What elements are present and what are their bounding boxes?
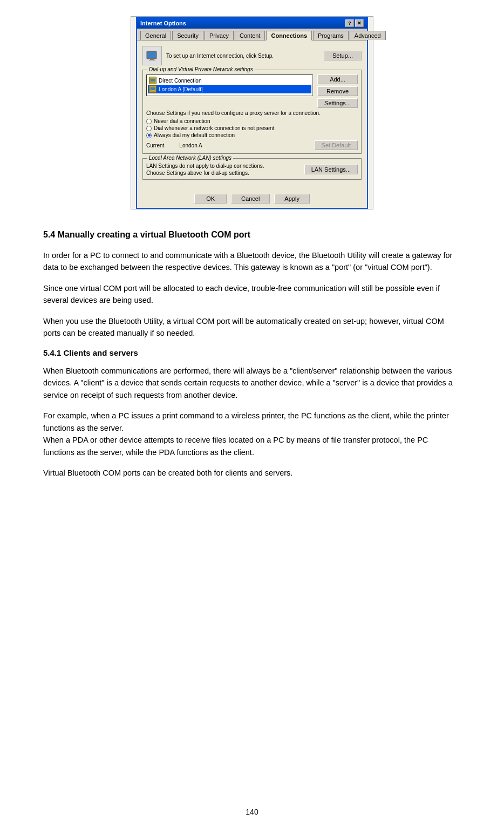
internet-options-dialog: Internet Options ? ✕ General Security Pr… [136,17,368,209]
screenshot-container: Internet Options ? ✕ General Security Pr… [131,16,373,209]
svg-rect-2 [150,59,154,60]
settings-button[interactable]: Settings... [317,98,358,108]
vpn-group-label: Dial-up and Virtual Private Network sett… [147,66,255,72]
help-button[interactable]: ? [345,19,354,27]
content-area: 5.4 Manually creating a virtual Bluetoot… [43,225,461,488]
radio-never-circle[interactable] [146,119,152,124]
section-5-4-1-para2a: For example, when a PC issues a print co… [43,410,461,458]
current-label: Current [146,143,164,148]
radio-whenever-label: Dial whenever a network connection is no… [154,125,274,131]
dialog-title: Internet Options [140,20,186,26]
radio-never[interactable]: Never dial a connection [146,118,358,124]
radio-whenever-circle[interactable] [146,126,152,131]
vpn-group: Dial-up and Virtual Private Network sett… [142,70,362,154]
radio-whenever[interactable]: Dial whenever a network connection is no… [146,125,358,131]
lan-text1: LAN Settings do not apply to dial-up con… [146,163,300,169]
dialog-buttons: OK Cancel Apply [137,189,367,208]
cancel-button[interactable]: Cancel [231,194,270,204]
setup-button[interactable]: Setup... [324,51,362,60]
tab-privacy[interactable]: Privacy [205,31,234,40]
lan-text2: Choose Settings above for dial-up settin… [146,170,300,176]
direct-connection-icon [149,77,156,84]
tab-programs[interactable]: Programs [313,31,349,40]
svg-rect-1 [147,52,156,58]
section-5-4-1-heading: 5.4.1 Clients and servers [43,348,461,357]
svg-rect-5 [151,79,155,82]
remove-button[interactable]: Remove [317,86,358,96]
para2b-text: When a PDA or other device attempts to r… [43,436,428,456]
lan-group-inner: LAN Settings do not apply to dial-up con… [146,163,358,176]
tab-general[interactable]: General [140,31,171,40]
set-default-button[interactable]: Set Default [315,140,358,150]
setup-icon [142,46,162,65]
svg-rect-3 [149,60,155,60]
dialog-tabs: General Security Privacy Content Connect… [137,29,367,40]
tab-content[interactable]: Content [235,31,265,40]
section-5-4-1-para3: Virtual Bluetooth COM ports can be creat… [43,467,461,479]
vpn-item-london[interactable]: London A [Default] [148,85,311,93]
radio-always-label: Always dial my default connection [154,132,235,138]
section-5-4-heading: 5.4 Manually creating a virtual Bluetoot… [43,230,461,240]
section-5-4-para3: When you use the Bluetooth Utility, a vi… [43,315,461,340]
para2a-text: For example, when a PC issues a print co… [43,411,449,432]
svg-rect-7 [151,87,155,90]
setup-text: To set up an Internet connection, click … [166,53,319,59]
ok-button[interactable]: OK [194,194,227,204]
page-container: Internet Options ? ✕ General Security Pr… [0,0,504,827]
tab-advanced[interactable]: Advanced [350,31,386,40]
apply-button[interactable]: Apply [274,194,310,204]
tab-connections[interactable]: Connections [266,31,312,40]
add-button[interactable]: Add... [317,74,358,84]
dialog-titlebar: Internet Options ? ✕ [137,18,367,29]
vpn-item-direct[interactable]: Direct Connection [148,76,311,85]
dialog-content: To set up an Internet connection, click … [137,40,367,189]
lan-settings-button[interactable]: LAN Settings... [304,165,358,174]
radio-always-circle[interactable] [146,133,152,138]
london-connection-label: London A [Default] [159,86,203,92]
vpn-listbox[interactable]: Direct Connection [146,74,313,96]
radio-never-label: Never dial a connection [154,118,210,124]
section-5-4-para2: Since one virtual COM port will be alloc… [43,282,461,307]
london-connection-icon [149,85,156,93]
tab-security[interactable]: Security [172,31,203,40]
section-5-4-1-para1: When Bluetooth communications are perfor… [43,365,461,401]
vpn-side-buttons: Add... Remove Settings... [317,74,358,108]
direct-connection-label: Direct Connection [159,78,201,84]
close-button[interactable]: ✕ [355,19,364,27]
titlebar-buttons: ? ✕ [345,19,364,27]
proxy-text: Choose Settings if you need to configure… [146,110,358,116]
vpn-row: Direct Connection [146,74,358,108]
current-row: Current London A Set Default [146,140,358,150]
section-5-4-para1: In order for a PC to connect to and comm… [43,249,461,274]
radio-always[interactable]: Always dial my default connection [146,132,358,138]
lan-group: Local Area Network (LAN) settings LAN Se… [142,158,362,180]
vpn-group-inner: Direct Connection [146,74,358,150]
setup-section: To set up an Internet connection, click … [142,46,362,65]
lan-group-label: Local Area Network (LAN) settings [147,155,233,161]
current-value: London A [168,143,310,148]
page-number: 140 [246,808,258,816]
vpn-list: Direct Connection [146,74,313,108]
